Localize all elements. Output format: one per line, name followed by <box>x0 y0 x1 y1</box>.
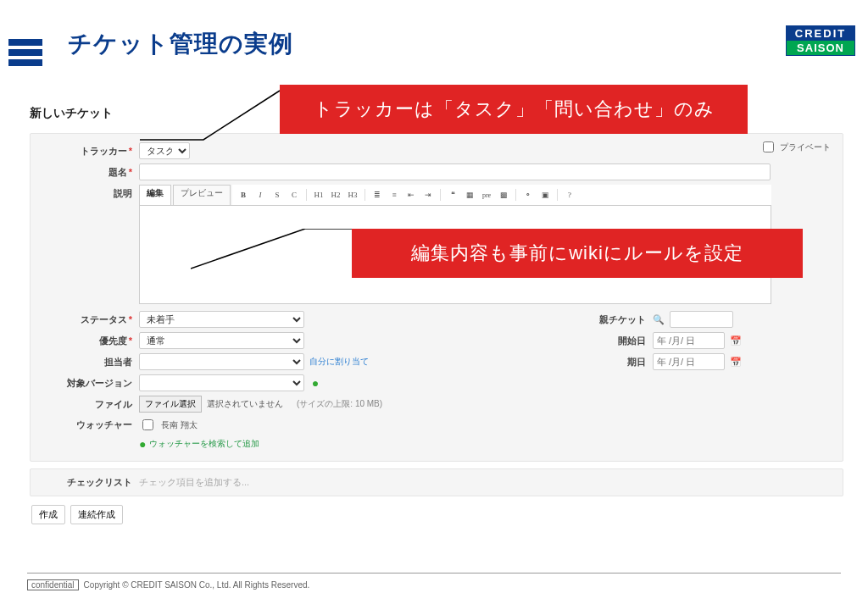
form-panel: プライベート トラッカー* タスク 題名* 説明 編集 プレビュー <box>30 133 843 462</box>
toolbar-pre-icon[interactable]: pre <box>479 187 494 202</box>
description-label: 説明 <box>41 185 139 200</box>
subject-input[interactable] <box>139 163 771 180</box>
footer-tag: confidential <box>27 579 79 590</box>
toolbar-quote-icon[interactable]: ❝ <box>445 187 460 202</box>
calendar-icon[interactable]: 📅 <box>730 357 742 368</box>
private-label: プライベート <box>780 141 831 153</box>
editor-tabs: 編集 プレビュー B I S C H1 H2 H3 ≣ ≡ ⇤ <box>139 185 771 206</box>
private-checkbox[interactable] <box>763 141 774 152</box>
checklist-label: チェックリスト <box>41 476 139 489</box>
toolbar-bold-icon[interactable]: B <box>236 187 251 202</box>
private-checkbox-group: プライベート <box>760 139 831 155</box>
logo-line2: SAISON <box>787 41 854 55</box>
plus-icon: ● <box>139 437 146 451</box>
due-date-input[interactable] <box>653 353 725 370</box>
target-version-label: 対象バージョン <box>41 377 139 390</box>
toolbar-h2-icon[interactable]: H2 <box>328 187 343 202</box>
pointer-line-2 <box>191 229 356 271</box>
toolbar-h1-icon[interactable]: H1 <box>311 187 326 202</box>
search-icon: 🔍 <box>653 314 665 325</box>
assign-to-me-link[interactable]: 自分に割り当て <box>309 356 369 368</box>
subject-label: 題名* <box>41 166 139 179</box>
tracker-select[interactable]: タスク <box>139 142 190 159</box>
watcher-name: 長南 翔太 <box>161 419 198 431</box>
assignee-label: 担当者 <box>41 356 139 368</box>
toolbar-italic-icon[interactable]: I <box>253 187 268 202</box>
toolbar-ol-icon[interactable]: ≡ <box>387 187 402 202</box>
start-date-input[interactable] <box>653 332 725 349</box>
slide-title: チケット管理の実例 <box>68 28 293 60</box>
watcher-checkbox[interactable] <box>142 419 153 430</box>
assignee-select[interactable] <box>139 353 304 370</box>
file-choose-button[interactable]: ファイル選択 <box>139 396 202 413</box>
brand-logo: CREDIT SAISON <box>786 25 855 56</box>
tab-edit[interactable]: 編集 <box>139 185 171 205</box>
target-version-select[interactable] <box>139 374 304 391</box>
priority-label: 優先度* <box>41 335 139 347</box>
add-version-icon[interactable]: ● <box>309 377 321 389</box>
toolbar-hl-icon[interactable]: ▩ <box>496 187 511 202</box>
priority-select[interactable]: 通常 <box>139 332 304 349</box>
slide-footer: confidential Copyright © CREDIT SAISON C… <box>27 579 309 590</box>
parent-ticket-input[interactable] <box>670 311 733 328</box>
pointer-line-1 <box>140 89 284 144</box>
checklist-panel: チェックリスト チェック項目を追加する... <box>30 468 843 496</box>
watcher-search-link[interactable]: ● ウォッチャーを検索して追加 <box>139 437 544 451</box>
footer-text: Copyright © CREDIT SAISON Co., Ltd. All … <box>84 580 310 590</box>
file-label: ファイル <box>41 398 139 411</box>
file-hint: (サイズの上限: 10 MB) <box>297 398 382 410</box>
watcher-label: ウォッチャー <box>41 418 139 431</box>
start-date-label: 開始日 <box>578 335 653 347</box>
toolbar-ul-icon[interactable]: ≣ <box>370 187 385 202</box>
toolbar-h3-icon[interactable]: H3 <box>345 187 360 202</box>
toolbar-image-icon[interactable]: ▣ <box>537 187 553 202</box>
footer-divider <box>27 573 841 574</box>
logo-line1: CREDIT <box>787 26 854 41</box>
status-select[interactable]: 未着手 <box>139 311 304 328</box>
checklist-input[interactable]: チェック項目を追加する... <box>139 476 249 489</box>
file-status: 選択されていません <box>207 398 283 410</box>
toolbar-code-icon[interactable]: C <box>287 187 302 202</box>
hamburger-icon <box>8 39 42 69</box>
toolbar-indent-icon[interactable]: ⇥ <box>420 187 436 202</box>
callout-editor: 編集内容も事前にwikiにルールを設定 <box>352 229 803 278</box>
tab-preview[interactable]: プレビュー <box>173 185 231 205</box>
toolbar-help-icon[interactable]: ? <box>562 187 577 202</box>
new-ticket-screenshot: 新しいチケット プライベート トラッカー* タスク 題名* 説明 <box>30 106 843 524</box>
parent-ticket-label: 親チケット <box>578 313 653 326</box>
status-label: ステータス* <box>41 313 139 326</box>
tracker-label: トラッカー* <box>41 145 139 158</box>
due-date-label: 期日 <box>578 356 653 368</box>
create-continue-button[interactable]: 連続作成 <box>70 505 123 524</box>
callout-tracker: トラッカーは「タスク」「問い合わせ」のみ <box>280 85 748 134</box>
create-button[interactable]: 作成 <box>31 505 65 524</box>
toolbar-strike-icon[interactable]: S <box>270 187 285 202</box>
toolbar-table-icon[interactable]: ▦ <box>462 187 477 202</box>
toolbar-link-icon[interactable]: ⚬ <box>520 187 536 202</box>
toolbar-outdent-icon[interactable]: ⇤ <box>403 187 419 202</box>
calendar-icon[interactable]: 📅 <box>730 335 742 346</box>
